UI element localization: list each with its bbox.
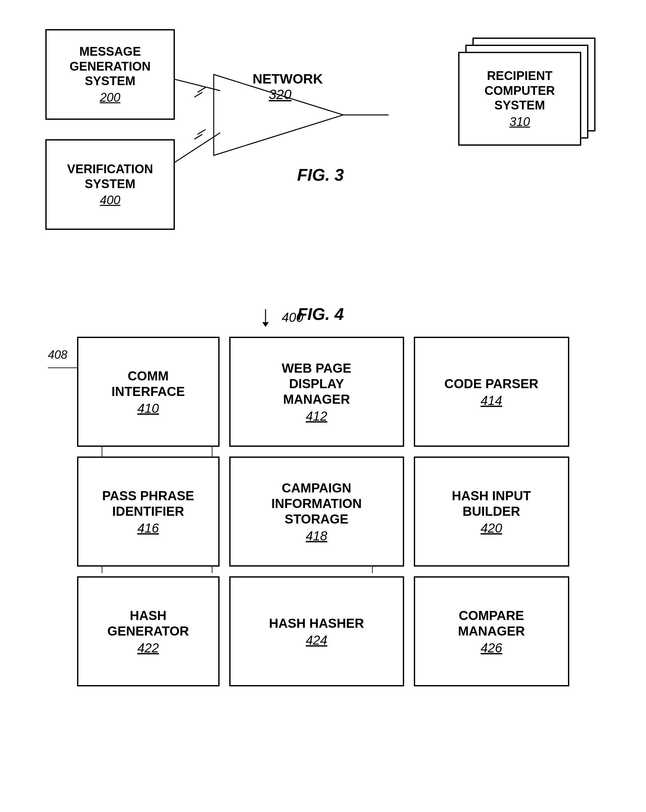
comm-interface-number: 410 bbox=[137, 401, 159, 416]
hash-hasher-title: HASH HASHER bbox=[269, 615, 364, 631]
web-page-display-title: WEB PAGE DISPLAY MANAGER bbox=[282, 360, 351, 407]
code-parser-number: 414 bbox=[481, 393, 502, 408]
compare-manager-box: COMPARE MANAGER 426 bbox=[414, 576, 569, 686]
verification-title: VERIFICATION SYSTEM bbox=[67, 162, 153, 191]
pass-phrase-identifier-box: PASS PHRASE IDENTIFIER 416 bbox=[77, 456, 220, 566]
msg-gen-number: 200 bbox=[100, 91, 120, 105]
network-area: NETWORK 320 bbox=[168, 52, 414, 168]
verification-number: 400 bbox=[100, 193, 120, 207]
compare-manager-number: 426 bbox=[481, 641, 502, 655]
web-page-display-number: 412 bbox=[306, 409, 327, 423]
fig3-section: MESSAGE GENERATION SYSTEM 200 VERIFICATI… bbox=[26, 20, 620, 285]
hash-input-builder-box: HASH INPUT BUILDER 420 bbox=[414, 456, 569, 566]
pass-phrase-identifier-number: 416 bbox=[137, 521, 159, 536]
page-container: MESSAGE GENERATION SYSTEM 200 VERIFICATI… bbox=[0, 0, 646, 812]
hash-input-builder-number: 420 bbox=[481, 521, 502, 536]
svg-marker-9 bbox=[262, 322, 269, 327]
pass-phrase-identifier-title: PASS PHRASE IDENTIFIER bbox=[102, 488, 194, 519]
comm-interface-box: COMM INTERFACE 410 bbox=[77, 337, 220, 447]
fig4-arrow-label: 400 bbox=[282, 310, 303, 325]
fig4-section: FIG. 4 400 408 bbox=[26, 304, 620, 797]
hash-generator-box: HASH GENERATOR 422 bbox=[77, 576, 220, 686]
code-parser-box: CODE PARSER 414 bbox=[414, 337, 569, 447]
fig4-arrow-icon bbox=[253, 308, 278, 327]
network-label: NETWORK bbox=[253, 71, 323, 87]
fig4-grid: COMM INTERFACE 410 WEB PAGE DISPLAY MANA… bbox=[26, 337, 620, 686]
network-number: 320 bbox=[269, 87, 292, 102]
recipient-title: RECIPIENT COMPUTER SYSTEM bbox=[484, 69, 555, 113]
web-page-display-box: WEB PAGE DISPLAY MANAGER 412 bbox=[229, 337, 404, 447]
code-parser-title: CODE PARSER bbox=[444, 376, 538, 391]
campaign-info-storage-number: 418 bbox=[306, 529, 327, 543]
verification-box: VERIFICATION SYSTEM 400 bbox=[45, 139, 175, 230]
campaign-info-storage-box: CAMPAIGN INFORMATION STORAGE 418 bbox=[229, 456, 404, 566]
campaign-info-storage-title: CAMPAIGN INFORMATION STORAGE bbox=[271, 480, 362, 527]
recipient-number: 310 bbox=[509, 115, 530, 129]
hash-hasher-number: 424 bbox=[306, 633, 327, 647]
fig4-arrow-area: 400 bbox=[253, 308, 303, 327]
compare-manager-title: COMPARE MANAGER bbox=[458, 608, 525, 639]
msg-gen-title: MESSAGE GENERATION SYSTEM bbox=[70, 44, 151, 89]
msg-gen-box: MESSAGE GENERATION SYSTEM 200 bbox=[45, 29, 175, 120]
fig4-title: FIG. 4 bbox=[297, 304, 344, 324]
hash-hasher-box: HASH HASHER 424 bbox=[229, 576, 404, 686]
hash-generator-title: HASH GENERATOR bbox=[107, 608, 189, 639]
hash-input-builder-title: HASH INPUT BUILDER bbox=[452, 488, 531, 519]
comm-interface-title: COMM INTERFACE bbox=[111, 368, 185, 399]
hash-generator-number: 422 bbox=[137, 641, 159, 655]
recipient-box: RECIPIENT COMPUTER SYSTEM 310 bbox=[458, 52, 581, 146]
fig3-title: FIG. 3 bbox=[297, 165, 344, 185]
